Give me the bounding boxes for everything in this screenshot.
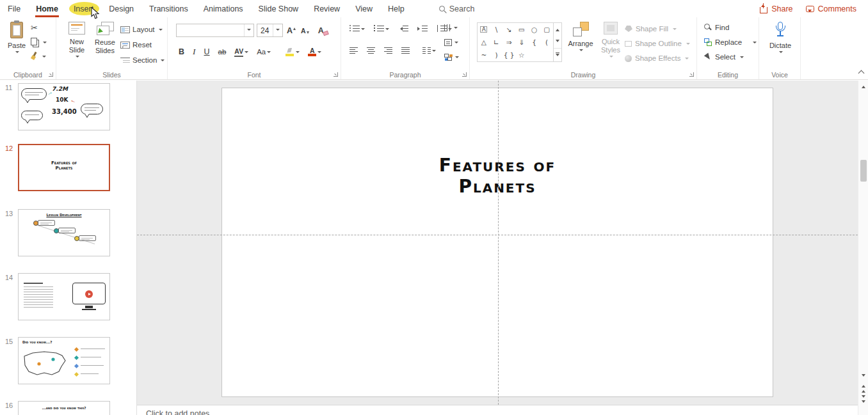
find-button[interactable]: Find	[704, 22, 757, 33]
shape-right-arrow[interactable]: ⇒	[502, 36, 515, 49]
tab-help[interactable]: Help	[380, 0, 412, 17]
section-button[interactable]: Section	[120, 53, 165, 67]
paste-button[interactable]: Paste	[5, 20, 28, 54]
font-size-combo[interactable]: 24	[257, 24, 283, 37]
shape-curve[interactable]: ~	[478, 49, 490, 61]
shape-star[interactable]: ☆	[515, 49, 528, 61]
strikethrough-button[interactable]: ab	[217, 47, 228, 56]
gallery-scroll-up[interactable]	[554, 23, 561, 36]
arrange-button[interactable]: Arrange	[567, 20, 594, 52]
shape-brace[interactable]: {	[528, 36, 541, 49]
slide-13-thumbnail[interactable]: Lesson Development	[18, 209, 110, 256]
numbering-button[interactable]	[373, 24, 390, 33]
shape-brace-pair[interactable]: { }	[502, 49, 515, 61]
align-left-button[interactable]	[348, 47, 359, 55]
character-spacing-button[interactable]: AV	[233, 47, 250, 58]
notes-pane[interactable]: Click to add notes	[137, 405, 858, 415]
shape-outline-button[interactable]: Shape Outline	[625, 38, 690, 49]
font-name-combo[interactable]	[176, 24, 254, 37]
tab-slide-show[interactable]: Slide Show	[251, 0, 307, 17]
reset-button[interactable]: Reset	[120, 38, 165, 52]
align-text-button[interactable]	[444, 37, 459, 47]
shape-textbox[interactable]: A	[478, 23, 490, 36]
slide-14-thumbnail[interactable]	[18, 273, 110, 320]
align-right-button[interactable]	[383, 47, 394, 55]
underline-button[interactable]: U	[203, 47, 211, 57]
font-color-button[interactable]: A	[307, 47, 323, 57]
shape-oval[interactable]: ○	[528, 23, 541, 36]
shape-elbow-connector[interactable]: ∟	[490, 36, 503, 49]
tab-design[interactable]: Design	[101, 0, 141, 17]
shape-triangle[interactable]: △	[478, 36, 490, 49]
stat-value: 33,400	[52, 108, 77, 115]
select-button[interactable]: Select	[704, 52, 757, 62]
quick-styles-button[interactable]: Quick Styles	[597, 20, 625, 58]
columns-button[interactable]	[421, 47, 437, 55]
slide-title-text[interactable]: Features of Planets	[222, 155, 773, 197]
tab-animations[interactable]: Animations	[196, 0, 251, 17]
change-case-button[interactable]: Aa	[255, 47, 272, 56]
grow-font-button[interactable]: A	[285, 26, 297, 36]
clear-formatting-button[interactable]: A	[317, 26, 325, 36]
search-box[interactable]: Search	[439, 4, 475, 13]
shape-arc[interactable]: )	[490, 49, 503, 61]
scrollbar-thumb[interactable]	[860, 160, 867, 182]
new-slide-button[interactable]: New Slide	[64, 20, 90, 58]
tab-home[interactable]: Home	[28, 0, 66, 17]
vertical-guide[interactable]	[498, 81, 499, 405]
tab-file[interactable]: File	[0, 0, 28, 17]
dictate-button[interactable]: Dictate	[768, 20, 793, 54]
tab-transitions[interactable]: Transitions	[141, 0, 196, 17]
share-button[interactable]: Share	[753, 2, 799, 16]
highlight-color-button[interactable]	[284, 47, 301, 57]
shape-line[interactable]: \	[490, 23, 503, 36]
font-size-dropdown[interactable]	[273, 24, 282, 36]
shape-bracket[interactable]: (	[540, 36, 553, 49]
bold-button[interactable]: B	[177, 47, 186, 57]
collapse-ribbon-button[interactable]	[858, 70, 865, 77]
clipboard-dialog-launcher[interactable]	[49, 72, 53, 77]
gallery-more-button[interactable]	[554, 48, 561, 61]
slide-11-thumbnail[interactable]: 7.2M → 10K → 33,400	[18, 83, 110, 130]
replace-button[interactable]: Replace	[704, 37, 757, 47]
comments-button[interactable]: Comments	[800, 2, 863, 16]
layout-button[interactable]: Layout	[120, 22, 165, 36]
shape-rectangle[interactable]: ▭	[515, 23, 528, 36]
shape-line-arrow[interactable]: ↘	[502, 23, 515, 36]
shape-effects-button[interactable]: Shape Effects	[625, 53, 690, 63]
previous-slide-button[interactable]	[858, 382, 868, 393]
slide-canvas[interactable]: Features of Planets	[137, 81, 858, 405]
copy-button[interactable]	[31, 35, 47, 49]
tab-view[interactable]: View	[348, 0, 380, 17]
shape-fill-button[interactable]: Shape Fill	[625, 24, 690, 34]
drawing-dialog-launcher[interactable]	[689, 72, 694, 77]
justify-button[interactable]	[400, 47, 411, 55]
slide-15-thumbnail[interactable]: Did you know...?	[18, 337, 110, 384]
shape-down-arrow[interactable]: ⇓	[515, 36, 528, 49]
indent-increase-button[interactable]	[416, 24, 429, 33]
font-name-dropdown[interactable]	[244, 24, 253, 36]
shape-rounded-rectangle[interactable]: ▢	[540, 23, 553, 36]
next-slide-button[interactable]	[858, 395, 868, 405]
vertical-scrollbar[interactable]	[858, 81, 868, 415]
font-dialog-launcher[interactable]	[334, 72, 338, 77]
bullets-button[interactable]	[348, 24, 366, 33]
reuse-slides-button[interactable]: Reuse Slides	[92, 20, 118, 55]
scroll-down-button[interactable]	[858, 371, 868, 381]
cut-button[interactable]: ✂	[31, 21, 47, 35]
current-slide[interactable]: Features of Planets	[221, 88, 773, 397]
paragraph-dialog-launcher[interactable]	[462, 72, 467, 77]
italic-button[interactable]: I	[191, 46, 197, 58]
shrink-font-button[interactable]: A	[300, 26, 310, 35]
format-painter-button[interactable]	[31, 49, 47, 63]
scroll-up-button[interactable]	[858, 81, 868, 91]
gallery-scroll-down[interactable]	[554, 36, 561, 49]
tab-review[interactable]: Review	[306, 0, 348, 17]
indent-decrease-button[interactable]	[397, 24, 410, 33]
slide-12-thumbnail[interactable]: Features of Planets	[18, 144, 110, 191]
slide-16-thumbnail[interactable]: ...and did you know this?	[18, 401, 110, 415]
horizontal-guide[interactable]	[137, 235, 858, 235]
align-center-button[interactable]	[366, 47, 376, 55]
convert-to-smartart-button[interactable]	[444, 52, 459, 62]
text-direction-button[interactable]	[444, 22, 459, 33]
